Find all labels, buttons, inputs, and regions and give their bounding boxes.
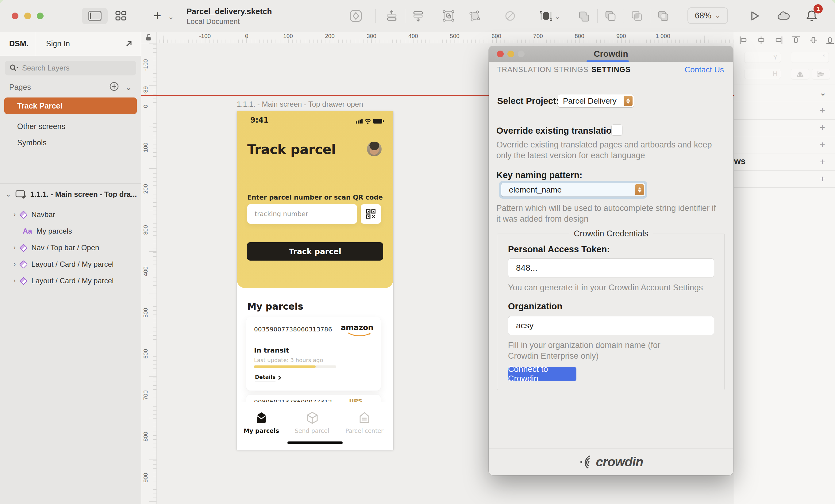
tab-strings[interactable]: STRINGS: [554, 65, 589, 74]
zoom-traffic-light[interactable]: [37, 13, 44, 19]
search-input[interactable]: [21, 63, 124, 73]
sidebar-page-track-parcel[interactable]: Track Parcel: [4, 98, 137, 114]
token-help-text: You can generate it in your Crowdin Acco…: [508, 282, 710, 293]
tracking-placeholder: tracking number: [254, 210, 308, 218]
add-shadow-button[interactable]: +: [817, 156, 828, 167]
override-checkbox[interactable]: [611, 124, 623, 135]
cloud-icon: [777, 10, 791, 22]
play-icon: [749, 10, 761, 22]
section-collapse-chevron-icon[interactable]: ⌄: [819, 88, 827, 98]
align-bottom-icon[interactable]: [826, 36, 835, 45]
minimize-traffic-light[interactable]: [24, 13, 31, 19]
add-border-button[interactable]: +: [817, 139, 828, 150]
scale-chevron-icon[interactable]: ⌄: [555, 13, 560, 21]
crowdin-titlebar[interactable]: Crowdin: [489, 46, 733, 62]
align-right-icon[interactable]: [774, 36, 783, 45]
insert-chevron-icon[interactable]: ⌄: [168, 13, 174, 21]
align-center-v-icon[interactable]: [809, 36, 818, 45]
credentials-legend: Crowdin Credentials: [497, 229, 725, 238]
rotation-field[interactable]: °: [791, 52, 829, 63]
connect-to-crowdin-button[interactable]: Connect to Crowdin: [508, 367, 576, 381]
layer-row-card-1[interactable]: › Layout / Card / My parcel: [14, 257, 139, 272]
ruler-label: 600: [484, 33, 509, 40]
height-field[interactable]: H: [744, 69, 781, 79]
token-input[interactable]: 848...: [508, 258, 714, 277]
contact-us-link[interactable]: Contact Us: [685, 65, 724, 75]
organization-label: Organization: [508, 301, 562, 312]
dsm-tab[interactable]: DSM.: [9, 39, 28, 48]
my-parcels-nav-icon: [254, 412, 268, 424]
add-page-icon[interactable]: [109, 82, 119, 91]
inspector-divider: [734, 153, 835, 154]
grid-view-icon[interactable]: [114, 9, 128, 23]
y-position-field[interactable]: Y: [744, 52, 781, 63]
open-external-icon[interactable]: [125, 40, 133, 48]
tab-translation[interactable]: TRANSLATION: [497, 65, 551, 74]
key-pattern-select[interactable]: element_name: [501, 183, 645, 196]
tab-settings[interactable]: SETTINGS: [591, 65, 631, 74]
preview-button[interactable]: [748, 9, 761, 23]
align-left-icon[interactable]: [739, 36, 748, 45]
create-symbol-button[interactable]: [349, 9, 363, 23]
transform-button[interactable]: [468, 9, 481, 23]
add-fill-button[interactable]: +: [817, 122, 828, 133]
document-title: Parcel_delivery.sketch: [186, 7, 272, 16]
unlock-icon[interactable]: [145, 34, 152, 41]
organization-input[interactable]: acsy: [508, 316, 714, 335]
difference-button[interactable]: [656, 9, 670, 23]
flip-horizontal-button[interactable]: [791, 69, 809, 80]
union-button[interactable]: [577, 9, 591, 23]
details-label: Details: [255, 374, 276, 381]
project-select[interactable]: Parcel Delivery: [558, 94, 634, 107]
cloud-share-button[interactable]: [777, 9, 791, 23]
expand-chevron-icon: ›: [14, 277, 16, 285]
key-pattern-label: Key naming pattern:: [496, 170, 582, 180]
crowdin-logo-text: crowdin: [596, 455, 643, 469]
notification-badge: 1: [814, 4, 823, 14]
sidebar-header-divider: [35, 32, 35, 56]
organization-value: acsy: [516, 321, 534, 331]
search-layers-field[interactable]: [5, 61, 136, 76]
add-blur-button[interactable]: +: [817, 173, 828, 185]
ruler-label: 400: [401, 33, 426, 40]
subtract-button[interactable]: [604, 9, 617, 23]
pages-header: Pages: [9, 83, 31, 92]
layer-artboard-row[interactable]: ⌄ 1.1.1. - Main screen - Top dra...: [5, 187, 138, 202]
edit-selection-icon: [442, 9, 455, 22]
layer-row-nav-top-bar[interactable]: › Nav / Top bar / Open: [14, 240, 139, 255]
ruler-label: 700: [526, 33, 550, 40]
zoom-level-control[interactable]: 68% ⌄: [688, 7, 728, 24]
sidebar-page-symbols[interactable]: Symbols: [4, 134, 137, 151]
mask-button[interactable]: [503, 9, 517, 23]
align-top-icon[interactable]: [791, 36, 801, 45]
align-center-h-icon[interactable]: [756, 36, 766, 45]
send-backward-button[interactable]: [411, 9, 425, 23]
layer-row-navbar[interactable]: › Navbar: [14, 207, 139, 222]
add-style-button[interactable]: +: [817, 105, 828, 116]
sidebar-page-other-screens[interactable]: Other screens: [4, 118, 137, 134]
close-traffic-light[interactable]: [12, 13, 18, 19]
amazon-smile-icon: [347, 332, 371, 337]
bring-forward-button[interactable]: [385, 9, 399, 23]
intersect-button[interactable]: [630, 9, 644, 23]
scale-button[interactable]: [539, 9, 553, 23]
canvas-view-toggle-button[interactable]: [82, 8, 108, 24]
flip-vertical-button[interactable]: [812, 69, 830, 80]
toolbar-divider: [597, 9, 597, 23]
layer-name: Navbar: [31, 210, 55, 219]
text-layer-icon: Aa: [23, 227, 32, 235]
override-label: Override existing translations: [496, 126, 622, 136]
override-help-text: Override existing translated pages and a…: [496, 140, 719, 161]
layer-row-card-2[interactable]: › Layout / Card / My parcel: [14, 273, 139, 288]
artboard-title[interactable]: 1.1.1. - Main screen - Top drawer open: [237, 100, 363, 108]
select-stepper-icon: [635, 184, 644, 195]
sign-in-button[interactable]: Sign In: [46, 39, 70, 48]
layer-row-my-parcels[interactable]: Aa My parcels: [23, 224, 139, 238]
artboard-main-screen[interactable]: 9:41 Track parcel Enter parcel number or…: [237, 111, 393, 450]
parcel-status: In transit: [254, 346, 289, 354]
pages-collapse-chevron-icon[interactable]: ⌄: [125, 83, 132, 92]
edit-selection-button[interactable]: [442, 9, 455, 23]
credentials-fieldset: Crowdin Credentials Personal Access Toke…: [497, 234, 725, 390]
insert-button[interactable]: +: [154, 8, 161, 23]
crowdin-window-title: Crowdin: [489, 49, 733, 59]
